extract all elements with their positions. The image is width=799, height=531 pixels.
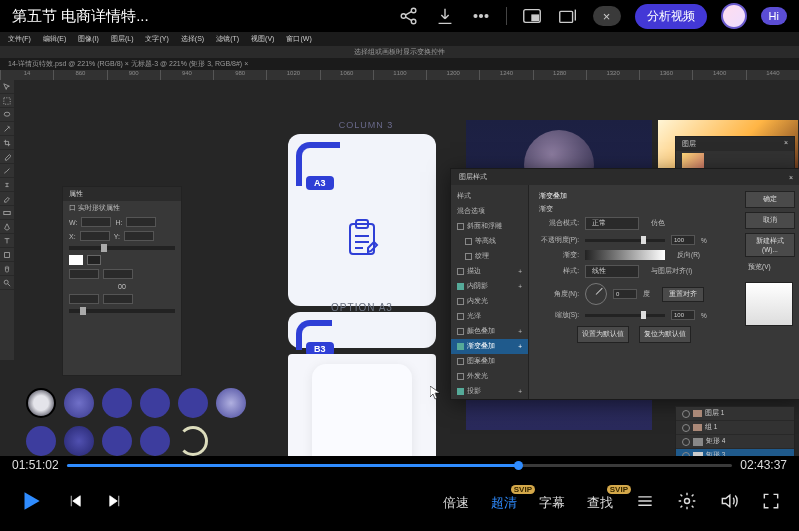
swatch <box>26 426 56 456</box>
ok-button: 确定 <box>745 191 795 208</box>
effect-item: 斜面和浮雕 <box>451 219 528 234</box>
ps-ruler: 1486090094098010201060110012001240128013… <box>0 70 799 80</box>
svg-point-0 <box>401 14 406 19</box>
folder-icon <box>693 424 702 431</box>
close-icon: × <box>789 174 793 181</box>
progress-track[interactable] <box>67 464 733 467</box>
speed-button[interactable]: 倍速 <box>443 494 469 512</box>
swatch <box>178 388 208 418</box>
effect-item: 内阴影+ <box>451 279 528 294</box>
clipboard-icon <box>340 216 384 260</box>
pip-icon[interactable] <box>521 5 543 27</box>
ps-menu-item: 视图(V) <box>251 34 274 44</box>
brush-tool-icon <box>0 164 14 178</box>
effect-item: 图案叠加 <box>451 354 528 369</box>
move-tool-icon <box>0 80 14 94</box>
download-icon[interactable] <box>434 5 456 27</box>
effect-item: 混合选项 <box>451 204 528 219</box>
layer-row: 图层 1 <box>676 407 794 421</box>
theater-icon[interactable] <box>557 5 579 27</box>
swatch <box>140 426 170 456</box>
player-controls: 倍速 超清SVIP 字幕 查找SVIP <box>0 475 799 531</box>
close-icon: × <box>784 139 788 149</box>
ps-menu-item: 文件(F) <box>8 34 31 44</box>
gradient-tool-icon <box>0 206 14 220</box>
progress-knob[interactable] <box>514 461 523 470</box>
svg-point-10 <box>4 112 10 116</box>
blend-select: 正常 <box>585 217 639 230</box>
play-button[interactable] <box>18 488 44 518</box>
cursor-icon <box>430 386 440 400</box>
ps-menu-item: 选择(S) <box>181 34 204 44</box>
style-select: 线性 <box>585 265 639 278</box>
swatch <box>64 388 94 418</box>
svg-point-4 <box>479 15 482 18</box>
hand-tool-icon <box>0 262 14 276</box>
prev-button[interactable] <box>66 492 84 514</box>
props-slider <box>69 246 175 250</box>
svg-rect-11 <box>4 211 10 214</box>
swatch <box>102 388 132 418</box>
blank-card-shape <box>312 364 412 456</box>
current-time: 01:51:02 <box>12 458 59 472</box>
y-input <box>124 231 154 241</box>
folder-icon <box>693 410 702 417</box>
swatch <box>216 388 246 418</box>
svg-point-13 <box>4 280 8 284</box>
ps-toolbox <box>0 80 14 360</box>
avatar[interactable] <box>721 3 747 29</box>
nav-header: 图层× <box>676 137 794 151</box>
fullscreen-icon[interactable] <box>761 491 781 515</box>
ps-doc-tab: 14-详情页特效.psd @ 221% (RGB/8) × 无标题-3 @ 22… <box>0 58 799 70</box>
layer-thumb <box>693 438 703 446</box>
wand-tool-icon <box>0 122 14 136</box>
layer-row: 矩形 4 <box>676 435 794 449</box>
new-style-button: 新建样式(W)... <box>745 233 795 257</box>
svg-point-5 <box>485 15 488 18</box>
option-card-a3: A3 OPTION A3 <box>288 134 436 306</box>
next-button[interactable] <box>106 492 124 514</box>
ps-menu-item: 文字(Y) <box>145 34 168 44</box>
close-button[interactable]: × <box>593 6 621 26</box>
quality-button[interactable]: 超清SVIP <box>491 494 517 512</box>
playlist-icon[interactable] <box>635 491 655 515</box>
option-card-b3: B3 <box>288 312 436 348</box>
volume-icon[interactable] <box>719 491 739 515</box>
video-title: 第五节 电商详情特... <box>12 7 384 26</box>
analyze-video-button[interactable]: 分析视频 <box>635 4 707 29</box>
angle-dial <box>585 283 607 305</box>
svip-badge: SVIP <box>511 485 535 494</box>
search-button[interactable]: 查找SVIP <box>587 494 613 512</box>
eyedropper-tool-icon <box>0 150 14 164</box>
preview-swatch <box>745 282 793 326</box>
ps-menu-item: 图像(I) <box>78 34 99 44</box>
settings-icon[interactable] <box>677 491 697 515</box>
gradient-editor <box>585 250 665 260</box>
height-input <box>126 217 156 227</box>
share-icon[interactable] <box>398 5 420 27</box>
swatch <box>178 426 208 456</box>
ps-options-bar: 选择组或画板时显示变换控件 <box>0 46 799 58</box>
column-label: COLUMN 3 <box>306 120 426 130</box>
effect-item: 描边+ <box>451 264 528 279</box>
video-top-bar: 第五节 电商详情特... × 分析视频 Hi <box>0 0 799 32</box>
svg-rect-9 <box>4 97 10 103</box>
ps-canvas: 属性 口 实时形状属性 W:H: X:Y: 00 <box>14 80 799 456</box>
make-default-button: 设置为默认值 <box>577 326 629 343</box>
scale-slider <box>585 314 665 317</box>
section-title: 渐变叠加 <box>539 191 729 201</box>
opacity-slider <box>585 239 665 242</box>
effect-item: 投影+ <box>451 384 528 399</box>
effect-item: 颜色叠加+ <box>451 324 528 339</box>
props-fill-row <box>63 253 181 267</box>
effect-item: 光泽 <box>451 309 528 324</box>
effect-item: 外发光 <box>451 369 528 384</box>
card-tag: A3 <box>306 176 334 190</box>
hi-badge[interactable]: Hi <box>761 7 787 25</box>
effects-list: 样式 混合选项 斜面和浮雕 等高线 纹理 描边+ 内阴影+ 内发光 光泽 颜色叠… <box>451 185 529 399</box>
dialog-buttons: 确定 取消 新建样式(W)... 预览(V) <box>739 185 799 399</box>
corner-value: 00 <box>63 281 181 292</box>
subtitle-button[interactable]: 字幕 <box>539 494 565 512</box>
more-icon[interactable] <box>470 5 492 27</box>
crop-tool-icon <box>0 136 14 150</box>
